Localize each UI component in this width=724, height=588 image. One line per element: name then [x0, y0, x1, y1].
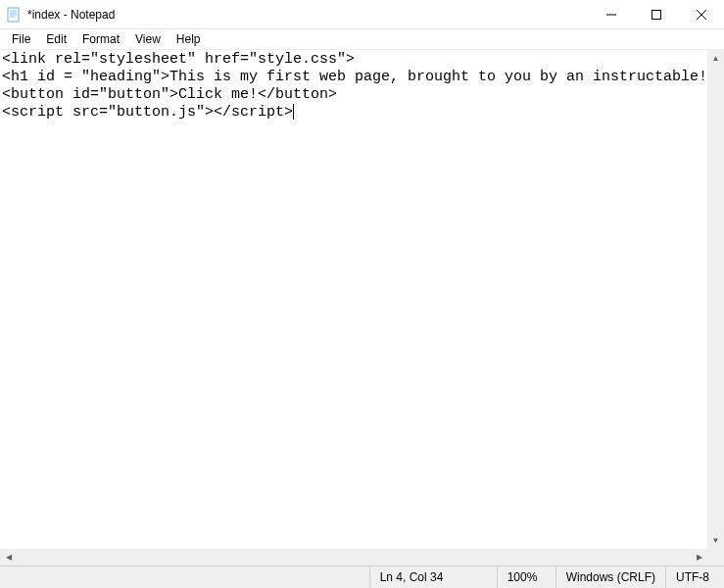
- text-cursor: [293, 104, 294, 120]
- titlebar: *index - Notepad: [0, 0, 724, 29]
- menu-format[interactable]: Format: [74, 30, 127, 48]
- maximize-button[interactable]: [634, 0, 679, 29]
- vertical-scrollbar[interactable]: ▲ ▼: [707, 50, 724, 549]
- minimize-button[interactable]: [589, 0, 634, 29]
- statusbar: Ln 4, Col 34 100% Windows (CRLF) UTF-8: [0, 565, 724, 588]
- window-title: *index - Notepad: [27, 8, 589, 22]
- scroll-corner: [707, 549, 724, 565]
- close-button[interactable]: [679, 0, 724, 29]
- window-controls: [589, 0, 724, 28]
- scroll-up-icon[interactable]: ▲: [707, 50, 724, 67]
- scroll-down-icon[interactable]: ▼: [707, 532, 724, 549]
- status-encoding: UTF-8: [665, 566, 724, 588]
- menu-help[interactable]: Help: [169, 30, 209, 48]
- scroll-track-vertical[interactable]: [707, 67, 724, 532]
- text-editor[interactable]: <link rel="stylesheet" href="style.css">…: [0, 50, 707, 549]
- status-eol: Windows (CRLF): [555, 566, 665, 588]
- status-zoom: 100%: [497, 566, 555, 588]
- horizontal-scroll-row: ◀ ▶: [0, 549, 724, 565]
- menubar: File Edit Format View Help: [0, 29, 724, 49]
- menu-view[interactable]: View: [127, 30, 169, 48]
- editor-content: <link rel="stylesheet" href="style.css">…: [2, 51, 707, 121]
- editor-area: <link rel="stylesheet" href="style.css">…: [0, 49, 724, 549]
- notepad-icon: [6, 7, 22, 23]
- menu-file[interactable]: File: [4, 30, 38, 48]
- scroll-track-horizontal[interactable]: [17, 549, 691, 565]
- scroll-left-icon[interactable]: ◀: [0, 549, 17, 565]
- svg-rect-6: [652, 11, 661, 20]
- menu-edit[interactable]: Edit: [38, 30, 74, 48]
- status-position: Ln 4, Col 34: [369, 566, 497, 588]
- scroll-right-icon[interactable]: ▶: [691, 549, 707, 565]
- horizontal-scrollbar[interactable]: ◀ ▶: [0, 549, 707, 565]
